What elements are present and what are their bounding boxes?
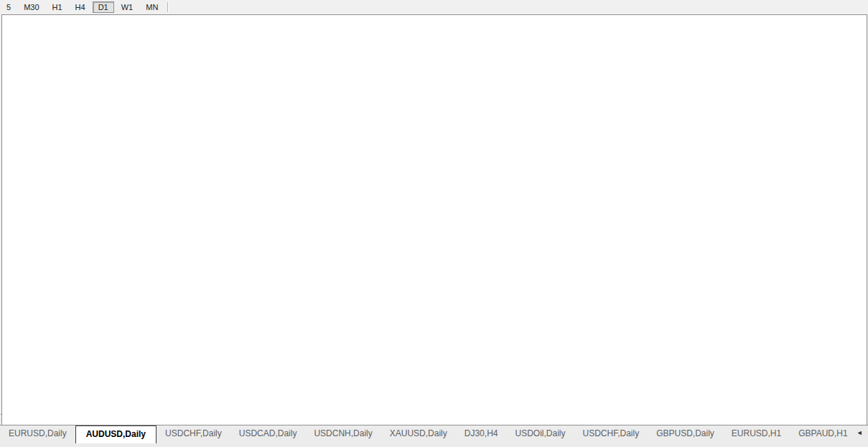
pane-separator[interactable] xyxy=(2,353,865,354)
pane-separator xyxy=(2,304,865,304)
axis-tick-mark xyxy=(815,156,818,157)
volume-decrease-button[interactable]: ▼ xyxy=(45,34,55,47)
buy-price-prefix: 0.66 xyxy=(99,59,116,69)
axis-tick-label: 0 xyxy=(819,403,823,411)
timeframe-button-m30[interactable]: M30 xyxy=(18,1,45,13)
date-tick-mark xyxy=(279,408,279,411)
chart-tab-bar: EURUSD,DailyAUDUSD,DailyUSDCHF,DailyUSDC… xyxy=(0,425,868,447)
axis-tick-mark xyxy=(815,227,818,228)
date-label: 5 Jun 2019 xyxy=(30,413,80,421)
toolbar-separator xyxy=(167,2,169,12)
chart-tab-audusd-daily[interactable]: AUDUSD,Daily xyxy=(75,425,157,443)
price-level-badge: 0.66702 xyxy=(816,282,846,291)
date-tick-mark xyxy=(192,408,193,411)
rsi-indicator-canvas[interactable] xyxy=(0,355,868,408)
pane-separator xyxy=(2,408,865,408)
timeframe-button-w1[interactable]: W1 xyxy=(116,1,139,13)
axis-tick-label: 0.68800 xyxy=(819,152,845,161)
chart-tab-gbpusd-daily[interactable]: GBPUSD,Daily xyxy=(648,425,723,441)
axis-tick-mark xyxy=(815,360,818,361)
chart-tab-usdcnh-daily[interactable]: USDCNH,Daily xyxy=(305,425,381,441)
timeframe-button-h1[interactable]: H1 xyxy=(47,1,68,13)
chart-tab-usdchf-daily[interactable]: USDCHF,Daily xyxy=(574,425,648,441)
chart-tab-usdcad-daily[interactable]: USDCAD,Daily xyxy=(230,425,306,441)
sell-price-box[interactable]: 0.66772 xyxy=(7,49,82,73)
date-tick-mark xyxy=(590,408,591,411)
axis-tick-mark xyxy=(815,349,818,350)
timeframe-button-mn[interactable]: MN xyxy=(140,1,164,13)
axis-tick-mark xyxy=(815,274,818,275)
chart-tab-usdoil-daily[interactable]: USDOil,Daily xyxy=(506,425,574,441)
axis-tick-label: 0.67280 xyxy=(819,247,845,255)
chart-tab-dj30-h4[interactable]: DJ30,H4 xyxy=(456,425,507,441)
axis-tick-label: 0.69180 xyxy=(819,128,845,137)
axis-tick-label: 0.70690 xyxy=(819,34,845,43)
date-label: 1 Nov 2019 xyxy=(386,413,436,421)
axis-tick-mark xyxy=(815,109,818,110)
axis-tick-label: 30 xyxy=(819,389,827,397)
date-tick-mark xyxy=(411,408,411,411)
buy-price-box[interactable]: 0.66792 xyxy=(84,49,160,73)
timeframe-button-d1[interactable]: D1 xyxy=(93,1,114,13)
pane-separator xyxy=(2,354,865,355)
sell-price-digits: 77 xyxy=(39,52,62,71)
chart-tab-eurusd-h1[interactable]: EURUSD,H1 xyxy=(723,425,790,441)
mt4-terminal: 5M30H1H4D1W1MN ▲ AUDUSD,Daily 0.66727 0.… xyxy=(0,0,868,447)
axis-tick-mark xyxy=(815,310,818,311)
chevron-down-icon: ▼ xyxy=(47,37,53,44)
axis-tick-mark xyxy=(815,86,818,87)
axis-tick-label: 0.66530 xyxy=(819,293,845,302)
axis-tick-mark xyxy=(815,298,818,298)
axis-tick-label: 0.00 xyxy=(819,324,833,332)
axis-tick-mark xyxy=(815,133,818,133)
price-level-badge: 0.67552 xyxy=(816,229,846,238)
axis-tick-mark xyxy=(815,251,818,252)
date-tick-mark xyxy=(510,408,510,411)
scroll-left-icon[interactable]: ◄ xyxy=(857,429,867,436)
axis-tick-mark xyxy=(815,393,818,394)
buy-button[interactable]: BUY xyxy=(128,33,162,48)
volume-stepper[interactable]: ▼ 5.00 ▲ xyxy=(44,33,91,48)
date-tick-mark xyxy=(237,408,238,411)
volume-input[interactable]: 5.00 xyxy=(55,34,80,47)
chevron-up-icon: ▲ xyxy=(83,37,88,44)
date-label: 24 Jun 2019 xyxy=(77,413,127,421)
buy-price-pip: 2 xyxy=(140,51,145,61)
date-tick-mark xyxy=(627,408,627,411)
price-level-badge: 0.70304 xyxy=(816,58,846,67)
axis-tick-label: 0.69930 xyxy=(819,82,845,90)
buy-price-digits: 79 xyxy=(117,52,139,71)
chart-tab-usdchf-daily[interactable]: USDCHF,Daily xyxy=(157,425,230,441)
axis-tick-mark xyxy=(815,407,818,408)
chart-tab-xauusd-daily[interactable]: XAUUSD,Daily xyxy=(381,425,456,441)
timeframe-button-5[interactable]: 5 xyxy=(1,1,17,13)
date-tick-mark xyxy=(473,408,474,411)
pane-separator[interactable] xyxy=(2,302,865,303)
chart-tab-eurusd-daily[interactable]: EURUSD,Daily xyxy=(0,425,75,441)
sell-button[interactable]: SELL xyxy=(9,33,42,48)
axis-tick-mark xyxy=(815,204,818,204)
chart-tab-gbpaud-h1[interactable]: GBPAUD,H1 xyxy=(790,425,856,441)
price-level-badge: 0.69353 xyxy=(816,117,846,126)
date-label: 6 Sep 2019 xyxy=(253,413,304,421)
rsi-label: RSI(14) 27.7965 xyxy=(6,357,64,366)
date-label: 31 Jul 2019 xyxy=(167,413,218,421)
tab-scroll-arrows[interactable]: ◄► xyxy=(857,425,868,436)
macd-histogram xyxy=(7,310,665,349)
price-level-badge: 0.68413 xyxy=(816,176,846,185)
axis-tick-mark xyxy=(815,39,818,39)
date-tick-mark xyxy=(325,408,325,411)
macd-label: MACD(12,26,9) -0.005029 -0.005000 xyxy=(6,306,136,315)
volume-increase-button[interactable]: ▲ xyxy=(80,34,90,47)
date-tick-mark xyxy=(55,408,56,411)
date-tick-mark xyxy=(369,408,370,411)
date-tick-mark xyxy=(17,408,18,411)
date-tick-mark xyxy=(551,408,552,411)
candles-layer xyxy=(6,54,666,295)
axis-tick-label: 0.005076 xyxy=(819,306,849,314)
date-label: 12 Jul 2019 xyxy=(123,413,173,421)
axis-tick-label: 0.68040 xyxy=(819,199,845,208)
axis-tick-mark xyxy=(815,328,818,329)
timeframe-button-h4[interactable]: H4 xyxy=(70,1,91,13)
timeframe-toolbar: 5M30H1H4D1W1MN xyxy=(0,0,868,14)
